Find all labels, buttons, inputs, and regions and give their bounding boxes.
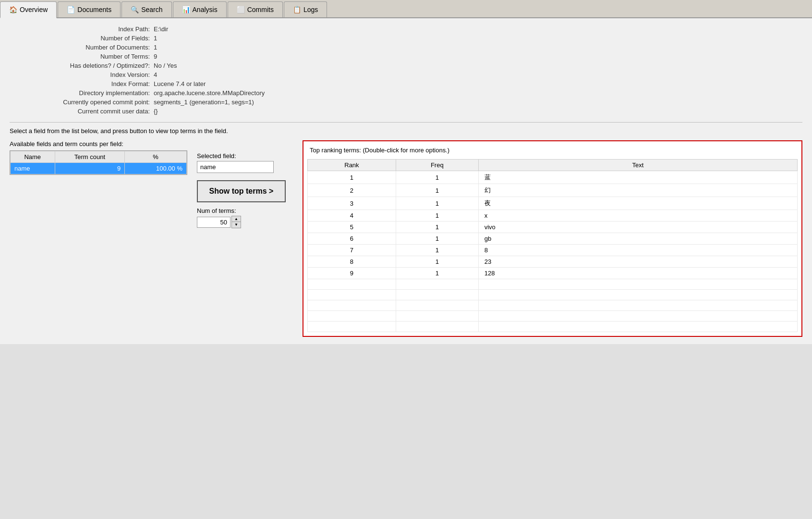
- table-row-empty: [308, 290, 798, 300]
- index-format-label: Index Format:: [10, 80, 154, 87]
- tab-analysis[interactable]: 📊 Analysis: [173, 1, 227, 17]
- commit-user-value: {}: [154, 108, 158, 115]
- info-row-index-format: Index Format: Lucene 7.4 or later: [10, 80, 802, 87]
- field-pct-cell: 100.00 %: [125, 163, 187, 174]
- top-terms-box: Top ranking terms: (Double-click for mor…: [303, 140, 802, 337]
- left-panel: Available fields and term counts per fie…: [10, 140, 187, 175]
- tab-overview[interactable]: 🏠 Overview: [0, 1, 57, 18]
- main-content: Index Path: E:\dir Number of Fields: 1 N…: [0, 18, 812, 344]
- tab-commits-label: Commits: [247, 6, 274, 13]
- num-terms-input[interactable]: [197, 217, 230, 228]
- tab-overview-label: Overview: [20, 6, 48, 13]
- freq-cell: 1: [396, 233, 478, 245]
- top-terms-title: Top ranking terms: (Double-click for mor…: [307, 145, 798, 155]
- text-cell: gb: [478, 233, 797, 245]
- show-top-terms-button[interactable]: Show top terms >: [197, 180, 286, 202]
- selected-field-input[interactable]: [197, 161, 274, 173]
- analysis-icon: 📊: [182, 6, 190, 13]
- table-row[interactable]: 4 1 x: [308, 210, 798, 222]
- divider: [10, 122, 802, 123]
- table-row[interactable]: name 9 100.00 %: [11, 163, 187, 174]
- freq-cell: 1: [396, 171, 478, 184]
- commit-point-label: Currently opened commit point:: [10, 99, 154, 106]
- documents-icon: 📄: [67, 6, 75, 13]
- table-row[interactable]: 8 1 23: [308, 256, 798, 268]
- index-path-label: Index Path:: [10, 25, 154, 33]
- tab-documents[interactable]: 📄 Documents: [58, 1, 121, 17]
- tab-logs-label: Logs: [303, 6, 318, 13]
- commits-icon: ⬜: [237, 6, 245, 13]
- info-row-dir-impl: Directory implementation: org.apache.luc…: [10, 89, 802, 97]
- num-terms-value: 9: [154, 53, 157, 60]
- rank-cell: 1: [308, 171, 396, 184]
- index-format-value: Lucene 7.4 or later: [154, 80, 206, 87]
- selected-field-container: Selected field:: [197, 152, 293, 173]
- col-header-text: Text: [478, 160, 797, 171]
- col-header-rank: Rank: [308, 160, 396, 171]
- tab-logs[interactable]: 📋 Logs: [284, 1, 327, 17]
- text-cell: 蓝: [478, 171, 797, 184]
- fields-table: Name Term count % name 9 100.00 %: [10, 150, 187, 175]
- num-terms-input-group: ▲ ▼: [197, 216, 293, 228]
- rank-cell: 2: [308, 184, 396, 197]
- col-header-term-count: Term count: [55, 151, 125, 163]
- num-docs-label: Number of Documents:: [10, 44, 154, 51]
- overview-icon: 🏠: [9, 6, 17, 13]
- num-docs-value: 1: [154, 44, 157, 51]
- freq-cell: 1: [396, 184, 478, 197]
- tab-documents-label: Documents: [77, 6, 111, 13]
- table-row-empty: [308, 321, 798, 332]
- freq-cell: 1: [396, 245, 478, 256]
- tab-search[interactable]: 🔍 Search: [121, 1, 171, 17]
- text-cell: 幻: [478, 184, 797, 197]
- col-header-name: Name: [11, 151, 55, 163]
- table-row[interactable]: 1 1 蓝: [308, 171, 798, 184]
- table-row-empty: [308, 300, 798, 311]
- text-cell: 23: [478, 256, 797, 268]
- num-fields-label: Number of Fields:: [10, 35, 154, 42]
- rank-cell: 8: [308, 256, 396, 268]
- num-terms-container: Num of terms: ▲ ▼: [197, 207, 293, 228]
- spinner-down-button[interactable]: ▼: [232, 222, 241, 228]
- commit-point-value: segments_1 (generation=1, segs=1): [154, 99, 254, 106]
- info-row-commit-user: Current commit user data: {}: [10, 108, 802, 115]
- table-row[interactable]: 3 1 夜: [308, 197, 798, 210]
- col-header-freq: Freq: [396, 160, 478, 171]
- instruction-text: Select a field from the list below, and …: [10, 127, 802, 135]
- num-terms-label: Number of Terms:: [10, 53, 154, 60]
- table-row[interactable]: 2 1 幻: [308, 184, 798, 197]
- freq-cell: 1: [396, 210, 478, 222]
- index-path-value: E:\dir: [154, 25, 168, 33]
- rank-cell: 9: [308, 268, 396, 279]
- has-deletions-label: Has deletions? / Optimized?:: [10, 62, 154, 69]
- commit-user-label: Current commit user data:: [10, 108, 154, 115]
- info-table: Index Path: E:\dir Number of Fields: 1 N…: [10, 25, 802, 115]
- terms-table: Rank Freq Text 1 1 蓝 2 1 幻 3 1 夜 4 1 x 5…: [307, 159, 798, 332]
- freq-cell: 1: [396, 268, 478, 279]
- rank-cell: 6: [308, 233, 396, 245]
- freq-cell: 1: [396, 256, 478, 268]
- info-row-commit-point: Currently opened commit point: segments_…: [10, 99, 802, 106]
- table-row[interactable]: 9 1 128: [308, 268, 798, 279]
- field-term-count-cell: 9: [55, 163, 125, 174]
- spinner-up-button[interactable]: ▲: [232, 216, 241, 222]
- rank-cell: 7: [308, 245, 396, 256]
- tab-commits[interactable]: ⬜ Commits: [228, 1, 283, 17]
- spinner-buttons: ▲ ▼: [231, 216, 241, 228]
- tab-bar: 🏠 Overview 📄 Documents 🔍 Search 📊 Analys…: [0, 0, 812, 18]
- fields-panel-label: Available fields and term counts per fie…: [10, 140, 187, 148]
- middle-panel: Selected field: Show top terms > Num of …: [197, 152, 293, 228]
- num-fields-value: 1: [154, 35, 157, 42]
- search-icon: 🔍: [131, 6, 139, 13]
- info-row-index-path: Index Path: E:\dir: [10, 25, 802, 33]
- table-row[interactable]: 6 1 gb: [308, 233, 798, 245]
- table-row[interactable]: 7 1 8: [308, 245, 798, 256]
- rank-cell: 3: [308, 197, 396, 210]
- text-cell: 8: [478, 245, 797, 256]
- info-row-num-terms: Number of Terms: 9: [10, 53, 802, 60]
- tab-analysis-label: Analysis: [193, 6, 218, 13]
- table-row[interactable]: 5 1 vivo: [308, 222, 798, 233]
- bottom-section: Available fields and term counts per fie…: [10, 140, 802, 337]
- info-row-num-fields: Number of Fields: 1: [10, 35, 802, 42]
- selected-field-label: Selected field:: [197, 152, 293, 160]
